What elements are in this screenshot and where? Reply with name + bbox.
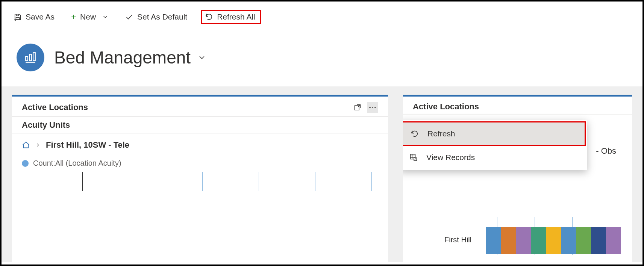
- refresh-icon: [205, 13, 213, 21]
- panel-active-locations-right: Active Locations Refresh: [403, 95, 632, 262]
- menu-label-refresh: Refresh: [427, 129, 455, 138]
- panel-title-left: Active Locations: [22, 103, 88, 112]
- bar-segment: [486, 227, 501, 254]
- breadcrumb-right-suffix: - Obs: [586, 139, 626, 158]
- chart-legend: Count:All (Location Acuity): [12, 152, 388, 172]
- save-as-label: Save As: [26, 12, 55, 21]
- axis-tick: [202, 172, 203, 191]
- legend-dot-icon: [22, 160, 29, 167]
- panel-actions: [352, 102, 378, 113]
- check-icon: [125, 13, 133, 21]
- expand-button[interactable]: [352, 102, 363, 113]
- more-options-button[interactable]: [367, 102, 378, 113]
- axis-tick: [371, 172, 372, 191]
- refresh-icon: [410, 129, 419, 138]
- svg-point-8: [374, 107, 376, 108]
- bar-segment: [516, 227, 531, 254]
- new-label: New: [80, 12, 96, 21]
- stack-row-label: First Hill: [444, 236, 471, 244]
- bar-segment: [531, 227, 546, 254]
- axis-tick: [315, 172, 315, 191]
- save-icon: [14, 13, 22, 21]
- panel-active-locations-left: Active Locations Acuity Units: [12, 95, 388, 262]
- new-button[interactable]: + New: [68, 10, 112, 24]
- home-icon[interactable]: [22, 141, 30, 149]
- set-default-button[interactable]: Set As Default: [122, 10, 190, 24]
- legend-label: Count:All (Location Acuity): [33, 159, 121, 168]
- svg-rect-1: [26, 56, 28, 60]
- menu-label-view-records: View Records: [426, 153, 475, 162]
- panel-subtitle-left: Acuity Units: [12, 116, 388, 133]
- breadcrumb-left: First Hill, 10SW - Tele: [12, 133, 388, 152]
- bar-segment: [501, 227, 516, 254]
- svg-rect-2: [29, 54, 32, 61]
- panels-area: Active Locations Acuity Units: [2, 86, 642, 262]
- bar-segment: [606, 227, 621, 254]
- bar-segment: [546, 227, 561, 254]
- chevron-down-icon: [197, 53, 206, 62]
- dashboard-title-dropdown[interactable]: Bed Management: [54, 47, 206, 68]
- refresh-all-label: Refresh All: [217, 12, 255, 21]
- panel-header-left: Active Locations: [12, 97, 388, 116]
- panel-header-right: Active Locations Refresh: [403, 97, 632, 115]
- bar-segment: [561, 227, 576, 254]
- axis-tick: [146, 172, 146, 191]
- breadcrumb-location[interactable]: First Hill, 10SW - Tele: [46, 140, 129, 150]
- panel-title-right: Active Locations: [413, 102, 479, 112]
- plus-icon: +: [71, 12, 76, 21]
- save-as-button[interactable]: Save As: [11, 10, 58, 24]
- menu-item-view-records[interactable]: View Records: [403, 146, 586, 169]
- svg-point-7: [372, 107, 373, 108]
- svg-rect-9: [411, 154, 415, 159]
- axis-tick: [82, 172, 83, 191]
- chevron-right-icon: [35, 142, 41, 148]
- stacked-bar: [486, 227, 632, 254]
- toolbar: Save As + New Set As Default Refresh All: [2, 2, 642, 32]
- bar-segment: [591, 227, 606, 254]
- svg-rect-3: [33, 53, 35, 60]
- dashboard-icon: [17, 44, 44, 71]
- svg-rect-0: [16, 17, 19, 20]
- dashboard-title: Bed Management: [54, 47, 191, 68]
- menu-item-refresh[interactable]: Refresh: [403, 121, 586, 146]
- chart-axis-ticks: [22, 172, 378, 198]
- axis-tick: [259, 172, 259, 191]
- records-icon: [409, 153, 418, 162]
- dashboard-header: Bed Management: [2, 32, 642, 86]
- bar-segment: [576, 227, 591, 254]
- panel-context-menu: Refresh View Records: [403, 120, 587, 170]
- svg-point-6: [369, 107, 371, 108]
- chevron-down-icon: [102, 14, 109, 20]
- refresh-all-button[interactable]: Refresh All: [201, 10, 261, 24]
- app-frame: Save As + New Set As Default Refresh All: [0, 0, 644, 266]
- set-default-label: Set As Default: [137, 12, 187, 21]
